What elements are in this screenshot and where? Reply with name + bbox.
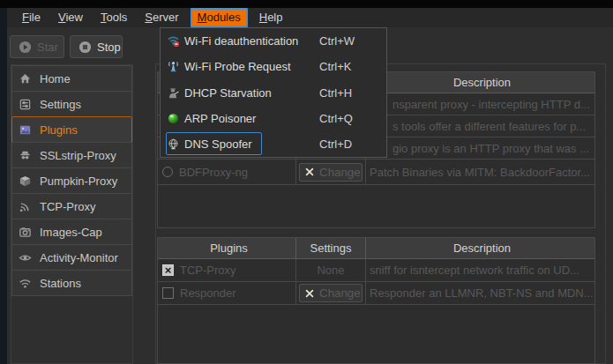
menu-item-shortcut: Ctrl+K: [319, 60, 351, 73]
settings-value: None: [317, 264, 344, 277]
plugin-cell: Responder: [158, 282, 296, 304]
plugins-icon: [19, 123, 32, 137]
checkbox[interactable]: [162, 287, 174, 299]
plugin-name: Responder: [180, 286, 236, 300]
stop-icon: [78, 41, 92, 54]
settings-cell: None: [296, 259, 366, 281]
settings-cell: Change: [296, 282, 366, 304]
change-settings-button[interactable]: Change: [299, 284, 363, 302]
menubar-item-tools[interactable]: Tools: [94, 8, 133, 27]
stations-icon: [19, 277, 32, 290]
description-cell: Responder an LLMNR, NBT-NS and MDN...: [366, 282, 594, 304]
stop-button-label: Stop: [97, 41, 121, 54]
menu-item-dns-spoofer[interactable]: DNS SpooferCtrl+D: [161, 131, 386, 157]
menubar-item-label: View: [58, 8, 83, 27]
menubar-item-label: File: [22, 8, 41, 27]
plugin-name: BDFProxy-ng: [179, 166, 248, 179]
description-cell: nsparent proxy - intercepting HTTP d...: [366, 93, 594, 115]
sidebar-item-tcp-proxy[interactable]: TCP-Proxy: [11, 193, 132, 219]
menubar-item-file[interactable]: File: [16, 8, 47, 27]
menu-item-shortcut: Ctrl+D: [319, 137, 352, 151]
images-cap-icon: [19, 226, 32, 239]
menu-item-label: Wi-Fi deauthentication: [184, 34, 298, 48]
description-cell: gio proxy is an HTTP proxy that was ...: [366, 137, 594, 159]
tcp-proxy-icon: [19, 200, 32, 213]
radio-button[interactable]: [162, 167, 173, 177]
wifi-deauth-icon: [167, 34, 180, 48]
table-row: ×TCP-ProxyNonesniff for isntercept netwo…: [158, 259, 594, 282]
play-icon: [19, 41, 32, 54]
sidebar-item-plugins[interactable]: Plugins: [11, 116, 132, 143]
activity-monitor-icon: [19, 251, 32, 264]
description-cell: Patch Binaries via MITM: BackdoorFactor.…: [366, 160, 594, 184]
description-cell: s tools offer a different features for p…: [366, 115, 594, 137]
sidebar-item-label: Home: [40, 72, 71, 85]
table-row: ResponderChangeResponder an LLMNR, NBT-N…: [158, 282, 594, 305]
description-cell: sniff for isntercept network traffic on …: [366, 259, 594, 281]
sidebar-item-activity-monitor[interactable]: Activity-Monitor: [11, 244, 132, 271]
table-row: BDFProxy-ngChangePatch Binaries via MITM…: [158, 160, 594, 185]
sidebar-item-label: Pumpkin-Proxy: [40, 175, 117, 188]
menu-item-label: DNS Spoofer: [184, 137, 252, 151]
change-button-label: Change: [319, 166, 361, 179]
home-icon: [19, 72, 32, 85]
menu-item-dhcp-starvation[interactable]: DHCP StarvationCtrl+H: [161, 79, 386, 105]
sidebar-item-home[interactable]: Home: [11, 65, 132, 92]
settings-cell: Change: [296, 160, 366, 184]
window-titlebar: [0, 0, 613, 8]
menu-item-shortcut: Ctrl+Q: [319, 112, 353, 125]
menu-item-label: ARP Poisoner: [184, 112, 256, 125]
arp-poisoner-icon: [167, 112, 180, 125]
sidebar-item-label: TCP-Proxy: [40, 200, 96, 213]
sidebar-item-pumpkin-proxy[interactable]: Pumpkin-Proxy: [11, 167, 132, 194]
settings-icon: [19, 98, 32, 111]
menubar-item-label: Help: [259, 8, 283, 27]
column-header: Description: [366, 238, 594, 258]
dhcp-starvation-icon: [167, 86, 180, 100]
change-button-label: Change: [319, 286, 361, 300]
menu-item-wi-fi-deauthentication[interactable]: Wi-Fi deauthenticationCtrl+W: [161, 28, 386, 54]
menu-item-label: Wi-Fi Probe Request: [184, 60, 291, 73]
menubar-item-label: Modules: [198, 11, 241, 25]
menu-item-shortcut: Ctrl+H: [319, 86, 352, 100]
sidebar-item-label: Activity-Monitor: [40, 251, 118, 264]
wifi-probe-icon: [167, 60, 180, 73]
menubar-item-server[interactable]: Server: [138, 8, 184, 27]
sidebar-item-label: Settings: [40, 98, 81, 111]
stop-button[interactable]: Stop: [70, 35, 123, 58]
sslstrip-proxy-icon: [19, 149, 32, 162]
start-button-label: Star: [37, 41, 58, 54]
menu-item-label: DHCP Starvation: [184, 86, 272, 100]
plugin-cell: ×TCP-Proxy: [158, 259, 296, 281]
menubar: FileViewToolsServerModulesHelp: [7, 8, 613, 27]
plugins-table: PluginsSettingsDescription×TCP-ProxyNone…: [157, 237, 595, 364]
sidebar-item-label: SSLstrip-Proxy: [40, 149, 116, 162]
plugin-name: TCP-Proxy: [180, 264, 236, 277]
sidebar-item-label: Stations: [40, 277, 81, 290]
menu-item-arp-poisoner[interactable]: ARP PoisonerCtrl+Q: [161, 106, 386, 131]
menubar-item-view[interactable]: View: [52, 8, 89, 27]
menubar-item-label: Server: [145, 8, 178, 27]
sidebar-item-sslstrip-proxy[interactable]: SSLstrip-Proxy: [11, 142, 132, 168]
column-header: Plugins: [158, 238, 296, 258]
menubar-item-help[interactable]: Help: [253, 8, 289, 27]
sidebar: HomeSettingsPluginsSSLstrip-ProxyPumpkin…: [11, 64, 133, 364]
wrench-icon: [304, 167, 315, 177]
window-edge: [0, 8, 7, 364]
modules-dropdown-menu: Wi-Fi deauthenticationCtrl+WWi-Fi Probe …: [160, 27, 387, 158]
checkbox[interactable]: ×: [162, 264, 174, 276]
start-button[interactable]: Star: [10, 35, 64, 58]
sidebar-item-images-cap[interactable]: Images-Cap: [11, 219, 132, 245]
column-header: Description: [366, 72, 594, 93]
change-settings-button[interactable]: Change: [299, 163, 363, 182]
sidebar-item-stations[interactable]: Stations: [11, 270, 132, 296]
menubar-item-modules[interactable]: Modules: [191, 8, 248, 27]
sidebar-item-settings[interactable]: Settings: [11, 91, 132, 117]
menu-item-shortcut: Ctrl+W: [319, 34, 355, 48]
pumpkin-proxy-icon: [19, 175, 32, 188]
dns-spoofer-icon: [167, 137, 180, 151]
sidebar-item-label: Plugins: [40, 123, 78, 137]
menubar-item-label: Tools: [101, 8, 127, 27]
menu-item-wi-fi-probe-request[interactable]: Wi-Fi Probe RequestCtrl+K: [161, 54, 386, 79]
sidebar-item-label: Images-Cap: [40, 226, 102, 239]
